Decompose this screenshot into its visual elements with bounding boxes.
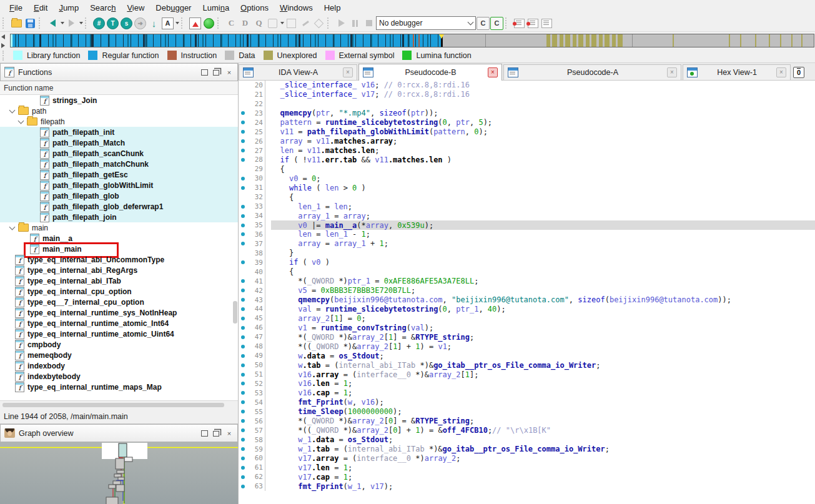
produce-dump-icon[interactable] bbox=[266, 17, 279, 30]
debugger-start-icon[interactable] bbox=[335, 17, 348, 30]
produce-map-file-icon[interactable]: Q bbox=[252, 17, 265, 30]
function-item-path_filepath_glob[interactable]: fpath_filepath_glob bbox=[0, 190, 238, 201]
pseudocode-line[interactable]: 63 fmt_Fprint(w_1, v17); bbox=[239, 482, 815, 491]
save-icon[interactable] bbox=[24, 17, 37, 30]
pseudocode-line[interactable]: 29 { bbox=[239, 164, 815, 174]
function-item-path_filepath_Match[interactable]: fpath_filepath_Match bbox=[0, 137, 238, 148]
function-item-main__a[interactable]: fmain__a bbox=[0, 233, 238, 244]
band-scroll-right-icon[interactable] bbox=[1, 43, 5, 48]
function-item-path_filepath_init[interactable]: fpath_filepath_init bbox=[0, 127, 238, 137]
jump-address-icon[interactable]: # bbox=[92, 17, 106, 30]
function-item-path_filepath_globWithLimit[interactable]: fpath_filepath_globWithLimit bbox=[0, 180, 238, 190]
menu-view[interactable]: View bbox=[121, 1, 150, 14]
function-item-memeqbody[interactable]: fmemeqbody bbox=[0, 350, 238, 360]
menu-edit[interactable]: Edit bbox=[28, 1, 53, 14]
forward-dropdown-caret[interactable] bbox=[79, 22, 83, 24]
tab-close-icon[interactable]: × bbox=[667, 67, 677, 77]
output-window-icon[interactable]: 0 bbox=[793, 67, 804, 78]
function-item-type_eq_internal_abi_UncommonType[interactable]: ftype_eq_internal_abi_UncommonType bbox=[0, 254, 238, 265]
patch-icon[interactable] bbox=[312, 17, 325, 30]
tab-close-icon[interactable]: × bbox=[343, 67, 353, 77]
debugger-stop-icon[interactable] bbox=[362, 17, 375, 30]
tab-hex-view-1[interactable]: Hex View-1× bbox=[683, 64, 791, 80]
close-icon[interactable]: × bbox=[225, 68, 234, 76]
pseudocode-line[interactable]: 49 w.data = os_Stdout; bbox=[239, 351, 815, 360]
pseudocode-line[interactable]: 31 while ( len > 0 ) bbox=[239, 183, 815, 192]
pseudocode-line[interactable]: 45 array_2[1] = 0; bbox=[239, 314, 815, 323]
function-item-path_filepath_getEsc[interactable]: fpath_filepath_getEsc bbox=[0, 169, 238, 180]
expand-chevron-icon[interactable] bbox=[9, 224, 16, 230]
float-icon[interactable] bbox=[212, 68, 221, 76]
pseudocode-line[interactable]: 59 w_1.tab = (internal_abi_ITab *)&go_it… bbox=[239, 445, 815, 454]
produce-c-file-icon[interactable]: C bbox=[225, 17, 238, 30]
lumina-icon[interactable] bbox=[202, 17, 215, 30]
pseudocode-line[interactable]: 20 _slice_interface_ v16; // 0:rcx.8,8:r… bbox=[239, 81, 815, 90]
function-item-path_filepath_scanChunk[interactable]: fpath_filepath_scanChunk bbox=[0, 148, 238, 159]
add-breakpoint-icon[interactable] bbox=[526, 17, 540, 30]
function-item-type_eq_internal_abi_RegArgs[interactable]: ftype_eq_internal_abi_RegArgs bbox=[0, 265, 238, 275]
graph-overview-canvas[interactable] bbox=[0, 442, 238, 504]
function-item-cmpbody[interactable]: fcmpbody bbox=[0, 339, 238, 350]
function-item-path_filepath_glob_deferwrap1[interactable]: fpath_filepath_glob_deferwrap1 bbox=[0, 201, 238, 212]
pseudocode-line[interactable]: 56 *(_QWORD *)&array_2[0] = &RTYPE_strin… bbox=[239, 417, 815, 426]
pseudocode-line[interactable]: 33 len_1 = len; bbox=[239, 202, 815, 211]
toolbar-handle[interactable] bbox=[85, 17, 89, 29]
pseudocode-line[interactable]: 38 } bbox=[239, 249, 815, 258]
function-item-main_main[interactable]: fmain_main bbox=[0, 244, 238, 254]
pseudocode-line[interactable]: 50 w.tab = (internal_abi_ITab *)&go_itab… bbox=[239, 360, 815, 370]
toolbar-handle[interactable] bbox=[217, 17, 222, 29]
menu-windows[interactable]: Windows bbox=[274, 1, 319, 14]
pseudocode-line[interactable]: 47 *(_QWORD *)&array_2[1] = &RTYPE_strin… bbox=[239, 332, 815, 342]
functions-panel-titlebar[interactable]: f Functions × bbox=[0, 63, 238, 81]
maximize-icon[interactable] bbox=[200, 429, 209, 437]
pseudocode-line[interactable]: 36 len = len_1 - 1; bbox=[239, 230, 815, 239]
function-item-type_eq_internal_runtime_atomic_Uint64[interactable]: ftype_eq_internal_runtime_atomic_Uint64 bbox=[0, 329, 238, 339]
back-dropdown-caret[interactable] bbox=[61, 22, 64, 24]
function-name-column-header[interactable]: Function name bbox=[0, 81, 238, 95]
function-item-strings_Join[interactable]: fstrings_Join bbox=[0, 95, 238, 106]
pseudocode-line[interactable]: 41 *(_QWORD *)ptr_1 = 0xAFE886AFE5A3A7E8… bbox=[239, 277, 815, 286]
edit-segment-icon[interactable] bbox=[299, 17, 312, 30]
debugger-select[interactable]: No debugger bbox=[376, 16, 476, 30]
pseudocode-line[interactable]: 21 _slice_interface_ v17; // 0:rcx.8,8:r… bbox=[239, 90, 815, 99]
pseudocode-view[interactable]: 20 _slice_interface_ v16; // 0:rcx.8,8:r… bbox=[239, 81, 815, 504]
pseudocode-line[interactable]: 51 v16.array = (interface__0 *)&array_2[… bbox=[239, 370, 815, 379]
navigation-band[interactable] bbox=[10, 34, 814, 47]
expand-chevron-icon[interactable] bbox=[18, 117, 24, 124]
pseudocode-line[interactable]: 62 v17.cap = 1; bbox=[239, 472, 815, 482]
maximize-icon[interactable] bbox=[200, 68, 209, 76]
function-item-type_eq_internal_abi_ITab[interactable]: ftype_eq_internal_abi_ITab bbox=[0, 275, 238, 286]
jump-strings-icon[interactable]: s bbox=[120, 17, 133, 30]
pseudocode-line[interactable]: 60 v17.array = (interface__0 *)array_2; bbox=[239, 454, 815, 463]
pseudocode-line[interactable]: 25 v11 = path_filepath_globWithLimit(pat… bbox=[239, 127, 815, 137]
pseudocode-line[interactable]: 34 array_1 = array; bbox=[239, 211, 815, 220]
menu-debugger[interactable]: Debugger bbox=[150, 1, 197, 14]
pseudocode-line[interactable]: 27 len = v11.matches.len; bbox=[239, 146, 815, 156]
function-item-type_eq_internal_cpu_option[interactable]: ftype_eq_internal_cpu_option bbox=[0, 286, 238, 297]
tab-ida-view-a[interactable]: IDA View-A× bbox=[239, 64, 357, 80]
function-item-indexbytebody[interactable]: findexbytebody bbox=[0, 371, 238, 382]
tab-pseudocode-b[interactable]: Pseudocode-B× bbox=[358, 64, 502, 81]
menu-options[interactable]: Options bbox=[235, 1, 274, 14]
function-item-path_filepath_join[interactable]: fpath_filepath_join bbox=[0, 212, 238, 222]
pseudocode-line[interactable]: 40 { bbox=[239, 267, 815, 277]
pseudocode-line[interactable]: 24 pattern = runtime_slicebytetostring(0… bbox=[239, 118, 815, 127]
breakpoint-list-icon[interactable] bbox=[513, 17, 526, 30]
toolbar-handle[interactable] bbox=[39, 17, 43, 29]
function-item-type_eq_internal_runtime_sys_NotInHeap[interactable]: ftype_eq_internal_runtime_sys_NotInHeap bbox=[0, 307, 238, 318]
toolbar-handle[interactable] bbox=[181, 17, 185, 29]
tree-folder-path[interactable]: path bbox=[0, 106, 238, 116]
pseudocode-line[interactable]: 28 if ( !v11.err.tab && v11.matches.len … bbox=[239, 156, 815, 165]
function-item-indexbody[interactable]: findexbody bbox=[0, 360, 238, 371]
jump-xref-icon[interactable]: ➜ bbox=[134, 17, 147, 30]
run-to-cursor-icon[interactable]: C bbox=[490, 17, 503, 30]
function-item-path_filepath_matchChunk[interactable]: fpath_filepath_matchChunk bbox=[0, 159, 238, 169]
expand-chevron-icon[interactable] bbox=[9, 107, 16, 113]
pseudocode-line[interactable]: 39 if ( v0 ) bbox=[239, 258, 815, 267]
attach-process-icon[interactable]: C bbox=[477, 17, 490, 30]
navigate-forward-icon[interactable] bbox=[65, 17, 78, 30]
function-item-type_eq_internal_runtime_maps_Map[interactable]: ftype_eq_internal_runtime_maps_Map bbox=[0, 382, 238, 392]
menu-search[interactable]: Search bbox=[84, 1, 121, 14]
pseudocode-line[interactable]: 22 bbox=[239, 99, 815, 109]
close-icon[interactable]: × bbox=[225, 429, 234, 437]
